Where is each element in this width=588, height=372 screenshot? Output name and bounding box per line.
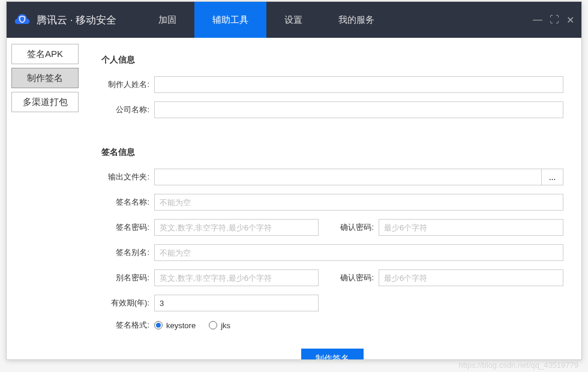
author-label: 制作人姓名: <box>101 79 149 90</box>
section-title-signature: 签名信息 <box>101 147 563 158</box>
radio-jks-label: jks <box>221 321 230 330</box>
radio-keystore-label: keystore <box>166 321 196 330</box>
row-validity: 有效期(年): <box>101 295 563 311</box>
signname-label: 签名名称: <box>101 197 149 208</box>
row-author: 制作人姓名: <box>101 76 563 93</box>
author-input[interactable] <box>154 76 563 93</box>
sidebar: 签名APK 制作签名 多渠道打包 <box>7 38 83 359</box>
row-format: 签名格式: keystore jks <box>101 320 563 331</box>
top-nav: 加固 辅助工具 设置 我的服务 <box>140 2 392 38</box>
submit-button[interactable]: 制作签名 <box>301 349 364 359</box>
close-icon[interactable]: ✕ <box>566 14 574 26</box>
topnav-reinforce[interactable]: 加固 <box>140 2 194 38</box>
cloud-shield-icon <box>14 11 31 28</box>
outdir-input[interactable] <box>154 169 542 185</box>
format-radio-group: keystore jks <box>154 321 230 330</box>
submit-row: 制作签名 <box>101 349 563 359</box>
logo: 腾讯云 · 移动安全 <box>14 11 116 28</box>
signpwd-input[interactable] <box>154 219 319 236</box>
aliasconfirm-input[interactable] <box>379 269 563 286</box>
app-title: 腾讯云 · 移动安全 <box>37 13 116 27</box>
aliaspwd-label: 别名密码: <box>101 272 149 283</box>
row-aliaspwd: 别名密码: 确认密码: <box>101 269 563 286</box>
radio-jks[interactable]: jks <box>209 321 230 330</box>
topnav-tools[interactable]: 辅助工具 <box>194 2 266 38</box>
radio-keystore[interactable]: keystore <box>154 321 196 330</box>
main-content: 个人信息 制作人姓名: 公司名称: 签名信息 输出文件夹: ... 签名名称: <box>83 38 581 359</box>
row-signname: 签名名称: <box>101 194 563 211</box>
titlebar: 腾讯云 · 移动安全 加固 辅助工具 设置 我的服务 — ⛶ ✕ <box>7 2 581 38</box>
browse-button[interactable]: ... <box>542 169 563 185</box>
maximize-icon[interactable]: ⛶ <box>550 14 559 26</box>
outdir-label: 输出文件夹: <box>101 172 149 182</box>
format-label: 签名格式: <box>101 320 149 331</box>
section-title-personal: 个人信息 <box>101 55 563 65</box>
sidebar-item-make-signature[interactable]: 制作签名 <box>11 68 79 88</box>
minimize-icon[interactable]: — <box>533 14 542 26</box>
company-input[interactable] <box>154 101 563 118</box>
alias-label: 签名别名: <box>101 247 149 258</box>
aliaspwd-input[interactable] <box>154 269 319 286</box>
topnav-services[interactable]: 我的服务 <box>320 2 392 38</box>
validity-input[interactable] <box>154 295 319 311</box>
window-controls: — ⛶ ✕ <box>533 14 574 26</box>
confirmpwd-input[interactable] <box>379 219 563 236</box>
watermark-text: https://blog.csdn.net/qq_43519779 <box>459 361 579 370</box>
signname-input[interactable] <box>154 194 563 211</box>
row-alias: 签名别名: <box>101 244 563 261</box>
radio-dot-icon <box>154 321 163 329</box>
validity-label: 有效期(年): <box>101 298 149 308</box>
topnav-settings[interactable]: 设置 <box>266 2 320 38</box>
row-outdir: 输出文件夹: ... <box>101 169 563 185</box>
company-label: 公司名称: <box>101 104 149 115</box>
row-signpwd: 签名密码: 确认密码: <box>101 219 563 236</box>
signpwd-label: 签名密码: <box>101 222 149 233</box>
sidebar-item-sign-apk[interactable]: 签名APK <box>11 44 79 64</box>
radio-circle-icon <box>209 321 217 329</box>
confirmpwd-label: 确认密码: <box>331 222 374 233</box>
app-window: 腾讯云 · 移动安全 加固 辅助工具 设置 我的服务 — ⛶ ✕ 签名APK 制… <box>6 1 582 360</box>
body: 签名APK 制作签名 多渠道打包 个人信息 制作人姓名: 公司名称: 签名信息 … <box>7 38 581 359</box>
aliasconfirm-label: 确认密码: <box>331 272 374 283</box>
sidebar-item-multichannel[interactable]: 多渠道打包 <box>11 92 79 112</box>
row-company: 公司名称: <box>101 101 563 118</box>
alias-input[interactable] <box>154 244 563 261</box>
